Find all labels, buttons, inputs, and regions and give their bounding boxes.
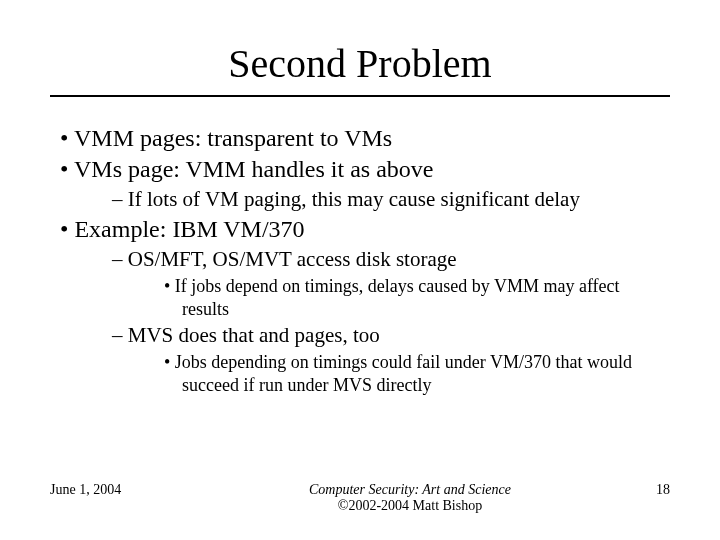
footer-copyright-line: ©2002-2004 Matt Bishop — [190, 498, 630, 514]
bullet-text: Jobs depending on timings could fail und… — [175, 352, 632, 395]
footer-title-line: Computer Security: Art and Science — [309, 482, 511, 497]
bullet-text: MVS does that and pages, too — [128, 323, 380, 347]
footer-center: Computer Security: Art and Science ©2002… — [190, 482, 630, 514]
sub-bullet-list: If lots of VM paging, this may cause sig… — [84, 187, 670, 212]
bullet-text: OS/MFT, OS/MVT access disk storage — [128, 247, 457, 271]
sub-sub-bullet-item: Jobs depending on timings could fail und… — [164, 351, 670, 396]
sub-bullet-item: OS/MFT, OS/MVT access disk storage If jo… — [112, 247, 670, 320]
footer-page-number: 18 — [630, 482, 670, 498]
bullet-item: VMs page: VMM handles it as above If lot… — [60, 156, 670, 212]
sub-bullet-list: OS/MFT, OS/MVT access disk storage If jo… — [84, 247, 670, 396]
footer-date: June 1, 2004 — [50, 482, 190, 498]
sub-sub-bullet-list: If jobs depend on timings, delays caused… — [134, 275, 670, 320]
bullet-item: VMM pages: transparent to VMs — [60, 125, 670, 152]
bullet-text: Example: IBM VM/370 — [74, 216, 304, 242]
bullet-text: If jobs depend on timings, delays caused… — [175, 276, 620, 319]
sub-bullet-item: MVS does that and pages, too Jobs depend… — [112, 323, 670, 396]
footer: June 1, 2004 Computer Security: Art and … — [50, 482, 670, 514]
slide: Second Problem VMM pages: transparent to… — [0, 0, 720, 540]
bullet-list: VMM pages: transparent to VMs VMs page: … — [50, 125, 670, 396]
bullet-text: VMM pages: transparent to VMs — [74, 125, 392, 151]
sub-bullet-item: If lots of VM paging, this may cause sig… — [112, 187, 670, 212]
bullet-text: VMs page: VMM handles it as above — [74, 156, 434, 182]
bullet-text: If lots of VM paging, this may cause sig… — [128, 187, 580, 211]
bullet-item: Example: IBM VM/370 OS/MFT, OS/MVT acces… — [60, 216, 670, 396]
sub-sub-bullet-list: Jobs depending on timings could fail und… — [134, 351, 670, 396]
title-rule — [50, 95, 670, 97]
sub-sub-bullet-item: If jobs depend on timings, delays caused… — [164, 275, 670, 320]
slide-title: Second Problem — [50, 40, 670, 87]
